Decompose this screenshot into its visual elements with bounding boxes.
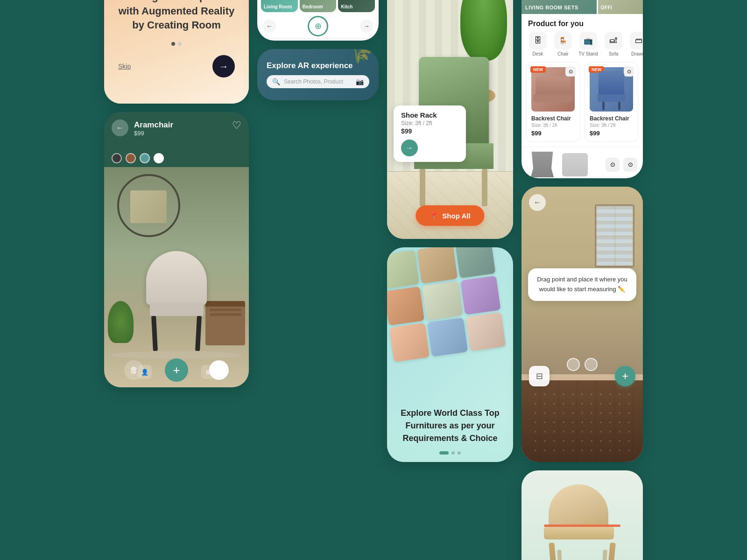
measure-dot-1[interactable] (567, 358, 580, 371)
ar-add-point-button[interactable]: + (615, 366, 635, 386)
ar-icon-btn-1[interactable]: ⊙ (606, 158, 620, 172)
swatch-dark[interactable] (112, 153, 122, 163)
collage-image-grid (387, 247, 513, 370)
sofa-icon: 🛋 (605, 32, 622, 49)
product-catalog-card: LIVING ROOM SETS OFFI Product for you 🗄 … (521, 0, 643, 178)
column-2: Living Room Bedroom Kitch ← ⊕ → (257, 0, 379, 100)
swatch-white[interactable] (154, 153, 164, 163)
bottom-action-bar: 🗑 + (104, 358, 249, 382)
explore-ar-banner: 🌾 Explore AR experience 🔍 Search Photos,… (257, 49, 379, 100)
nav-controls: ← ⊕ → (257, 14, 379, 38)
wall-art (130, 190, 167, 223)
skip-link[interactable]: Skip (118, 63, 131, 70)
chair-category[interactable]: 🪑 Chair (553, 32, 573, 56)
product-price-text: $99 (134, 130, 173, 137)
bottom-nav-bar: ⌂ ⊞ ♡ ○ (257, 38, 379, 41)
measure-dot-2[interactable] (585, 358, 598, 371)
ar-icon-btn-2[interactable]: ⊙ (623, 158, 637, 172)
desk-icon: 🗄 (529, 32, 547, 49)
chair-accent-stripe (544, 525, 620, 527)
ar-room-background: ← (521, 187, 643, 462)
popup-product-size: Size: 3ft / 2ft (401, 120, 458, 126)
kitchen-label: Kitch (341, 4, 352, 9)
onboarding-title: Design Your Spacewith Augmented Realityb… (119, 0, 235, 33)
dot-inactive (178, 42, 182, 46)
product-item-1[interactable]: NEW ⊙ Backrest Chair Size: 3ft / 2ft $99 (526, 62, 580, 142)
living-room-label: Living Room (264, 4, 292, 9)
tooltip-text: Drag point and place it where you would … (536, 275, 629, 294)
wood-chair-3d (540, 484, 624, 560)
heart-button[interactable]: ♡ (232, 119, 241, 132)
bottom-chair-row: ⊙ ⊙ (521, 147, 643, 178)
product-title-2: Backrest Chair (590, 115, 633, 122)
person-ar-icon[interactable]: 👤 (138, 365, 152, 379)
prev-arrow-button[interactable]: ← (263, 20, 276, 33)
collage-title-text: Explore World Class Top Furnitures as pe… (395, 407, 506, 445)
swatch-brown[interactable] (126, 153, 136, 163)
living-room-set-label: LIVING ROOM SETS (525, 5, 578, 10)
collage-item-9 (465, 312, 506, 351)
ar-try-icon-1[interactable]: ⊙ (565, 66, 576, 77)
swatch-teal[interactable] (140, 153, 150, 163)
ar-measurement-tooltip: Drag point and place it where you would … (528, 268, 636, 301)
add-furniture-button[interactable]: + (165, 358, 188, 382)
ar-dots-pattern (531, 390, 634, 453)
desk-category[interactable]: 🗄 Desk (528, 32, 548, 56)
collage-item-4 (387, 287, 425, 326)
ar-furniture-card: 9:41 ▲▲ ▲ ▐ (387, 0, 513, 239)
back-button[interactable]: ← (112, 119, 128, 136)
chair-seat-panel (544, 526, 614, 539)
popup-go-button[interactable]: → (401, 140, 418, 156)
drawer-category[interactable]: 🗃 Drawer (629, 32, 643, 56)
popup-product-price: $99 (401, 127, 458, 135)
product-grid: NEW ⊙ Backrest Chair Size: 3ft / 2ft $99… (521, 62, 643, 142)
progress-dots (171, 42, 182, 46)
collage-page-dots (395, 451, 506, 455)
office-banner[interactable]: OFFI (598, 0, 643, 14)
product-title-1: Backrest Chair (531, 115, 575, 122)
chair-icon: 🪑 (554, 32, 572, 49)
tvstand-label: TV Stand (578, 51, 598, 56)
product-info-popup: Shoe Rack Size: 3ft / 2ft $99 → (394, 105, 466, 162)
tvstand-icon: 📺 (579, 32, 597, 49)
column-4: LIVING ROOM SETS OFFI Product for you 🗄 … (521, 0, 643, 560)
category-living-room[interactable]: Living Room (261, 0, 298, 12)
camera-icon[interactable]: 📷 (356, 78, 364, 85)
product-cost-1: $99 (531, 130, 575, 137)
category-bedroom[interactable]: Bedroom (300, 0, 337, 12)
product-dimensions-2: Size: 3ft / 2ft (590, 123, 633, 128)
ar-back-button[interactable]: ← (529, 194, 546, 211)
shop-all-button[interactable]: 📍 Shop All (416, 205, 484, 226)
next-button[interactable]: → (212, 55, 235, 77)
product-header: Aramchair $99 (134, 120, 173, 137)
category-kitchen[interactable]: Kitch (338, 0, 375, 12)
category-icons-bar: 🗄 Desk 🪑 Chair 📺 TV Stand 🛋 Sofa 🗃 (521, 32, 643, 62)
next-arrow-button[interactable]: → (360, 20, 373, 33)
collage-item-3 (455, 247, 496, 278)
living-room-banner[interactable]: LIVING ROOM SETS (521, 0, 597, 14)
page-dot-active (439, 451, 449, 455)
ar-grid-icon[interactable]: ⊞ (201, 365, 215, 379)
bedroom-label: Bedroom (303, 4, 323, 9)
chair-back-left-leg (557, 550, 563, 560)
chair-label: Chair (557, 51, 569, 56)
category-images: Living Room Bedroom Kitch (257, 0, 379, 14)
search-bar[interactable]: 🔍 Search Photos, Product 📷 (267, 75, 369, 88)
product-item-2[interactable]: NEW ⊙ Backrest Chair (585, 62, 638, 142)
ar-measurement-label-button[interactable]: ⊟ (529, 366, 550, 386)
chair-back-right-leg (601, 550, 607, 560)
room-scene (104, 167, 249, 387)
tvstand-category[interactable]: 📺 TV Stand (578, 32, 598, 56)
wood-floor (521, 380, 643, 462)
ar-scan-button[interactable]: ⊕ (308, 16, 328, 36)
location-icon: 📍 (430, 211, 438, 220)
column-1: Design Your Spacewith Augmented Realityb… (104, 0, 249, 387)
office-label: OFFI (601, 5, 613, 10)
chair-front-left-leg (549, 543, 557, 560)
search-icon: 🔍 (272, 78, 280, 85)
ar-try-icon-2[interactable]: ⊙ (624, 66, 634, 77)
section-header: Product for you (521, 14, 643, 32)
sofa-category[interactable]: 🛋 Sofa (604, 32, 623, 56)
collage-item-7 (389, 323, 430, 362)
dot-active (171, 42, 175, 46)
